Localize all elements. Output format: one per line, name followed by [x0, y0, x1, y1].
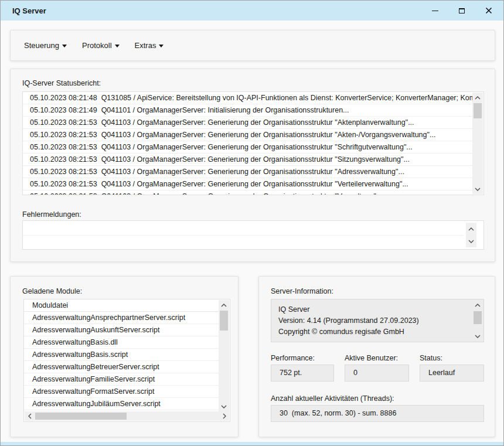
window-controls [421, 1, 502, 21]
window-bottom-edge [1, 442, 503, 445]
menu-protokoll[interactable]: Protokoll [79, 38, 123, 53]
scroll-thumb[interactable] [35, 413, 127, 420]
minimize-icon [432, 11, 438, 11]
scroll-thumb[interactable] [220, 311, 228, 331]
threads-label: Anzahl aktueller Aktivitäten (Threads): [271, 394, 394, 403]
status-log-row[interactable]: 05.10.2023 08:21:53 Q041103 / OrgaManage… [23, 154, 472, 166]
server-info-text: IQ Server Version: 4.14 (Programmstand 2… [271, 299, 483, 342]
empty-row-separator [23, 235, 464, 236]
scroll-down-arrow[interactable] [466, 236, 476, 246]
server-info-line-product: IQ Server [278, 304, 476, 315]
errors-label: Fehlermeldungen: [22, 210, 81, 219]
server-info-line-copyright: Copyright © comundus regisafe GmbH [278, 326, 476, 338]
chevron-down-icon [115, 45, 120, 47]
menu-steuerung-label: Steuerung [24, 41, 59, 50]
module-row[interactable]: AdressverwaltungAnsprechpartnerServer.sc… [24, 312, 219, 324]
module-row[interactable]: AdressverwaltungFamilieServer.script [24, 373, 219, 386]
errors-list[interactable] [22, 220, 484, 250]
active-users-value: 0 [345, 365, 409, 382]
performance-value: 752 pt. [271, 365, 334, 382]
module-row[interactable]: AdressverwaltungBetreuerServer.script [24, 361, 219, 373]
scroll-up-arrow[interactable] [466, 224, 476, 234]
module-list-header: Moduldatei [24, 299, 219, 312]
module-rows: Moduldatei AdressverwaltungAnsprechpartn… [24, 299, 219, 422]
scroll-thumb[interactable] [474, 103, 482, 118]
chevron-down-icon [159, 45, 164, 47]
status-report-label: IQ-Server Statusbericht: [22, 79, 101, 87]
module-row[interactable]: AdressverwaltungJubiläumServer.script [24, 398, 219, 410]
scroll-up-arrow[interactable] [472, 93, 483, 103]
menu-steuerung[interactable]: Steuerung [21, 38, 70, 53]
performance-label: Performance: [271, 354, 315, 362]
status-log-row[interactable]: 05.10.2023 08:21:49 Q041101 / OrgaManage… [23, 104, 472, 117]
threads-value: 30 (max. 52, norm. 30) - sum. 8886 [271, 405, 484, 422]
modules-group: Geladene Module: Moduldatei Adressverwal… [10, 276, 239, 437]
server-info-vscrollbar[interactable] [472, 300, 483, 341]
module-row[interactable]: AdressverwaltungFormatServer.script [24, 386, 219, 398]
active-users-label: Aktive Benutzer: [345, 354, 398, 362]
status-log-row[interactable]: 05.10.2023 08:21:53 Q041103 / OrgaManage… [23, 117, 472, 129]
modules-label: Geladene Module: [22, 287, 82, 295]
module-row[interactable]: AdressverwaltungAuskunftServer.script [24, 324, 219, 336]
module-row[interactable]: AdressverwaltungBasis.script [24, 349, 219, 361]
module-list-vscrollbar[interactable] [219, 300, 229, 411]
scroll-thumb[interactable] [474, 311, 482, 324]
status-log-row[interactable]: 05.10.2023 08:21:53 Q041103 / OrgaManage… [23, 190, 472, 195]
close-icon [485, 7, 492, 14]
status-log-row[interactable]: 05.10.2023 08:21:48 Q131085 / ApiService… [23, 92, 472, 104]
chevron-down-icon [62, 45, 67, 47]
scroll-left-arrow[interactable] [25, 411, 35, 421]
module-list[interactable]: Moduldatei AdressverwaltungAnsprechpartn… [23, 299, 230, 422]
window-title: IQ Server [12, 6, 46, 15]
titlebar: IQ Server [1, 1, 503, 21]
menu-protokoll-label: Protokoll [82, 41, 112, 50]
status-label: Status: [420, 354, 442, 362]
server-info-group: Server-Information: IQ Server Version: 4… [258, 276, 495, 437]
close-button[interactable] [475, 1, 502, 21]
maximize-button[interactable] [448, 1, 475, 21]
module-row[interactable]: AdressverwaltungBasis.dll [24, 336, 219, 349]
status-value: Leerlauf [420, 365, 484, 382]
status-log-row[interactable]: 05.10.2023 08:21:53 Q041103 / OrgaManage… [23, 141, 472, 154]
server-info-label: Server-Information: [271, 287, 333, 295]
menu-bar: Steuerung Protokoll Extras [10, 30, 495, 61]
scroll-down-arrow[interactable] [219, 401, 229, 411]
iq-server-window: IQ Server Steuerung Protokoll Extr [0, 0, 504, 446]
scroll-down-arrow[interactable] [472, 184, 483, 194]
minimize-button[interactable] [421, 1, 448, 21]
errors-list-vscrollbar[interactable] [466, 223, 476, 247]
status-group: IQ-Server Statusbericht: 05.10.2023 08:2… [10, 69, 495, 262]
status-report-list[interactable]: 05.10.2023 08:21:48 Q131085 / ApiService… [22, 91, 484, 195]
status-log-row[interactable]: 05.10.2023 08:21:53 Q041103 / OrgaManage… [23, 129, 472, 141]
status-log-row[interactable]: 05.10.2023 08:21:53 Q041103 / OrgaManage… [23, 166, 472, 178]
menu-extras[interactable]: Extras [131, 38, 168, 53]
maximize-icon [459, 8, 465, 13]
scroll-up-arrow[interactable] [219, 300, 229, 310]
status-log-row[interactable]: 05.10.2023 08:21:53 Q041103 / OrgaManage… [23, 178, 472, 190]
server-info-box: IQ Server Version: 4.14 (Programmstand 2… [271, 299, 484, 342]
status-list-vscrollbar[interactable] [472, 93, 483, 194]
scroll-right-arrow[interactable] [219, 411, 229, 421]
status-report-rows: 05.10.2023 08:21:48 Q131085 / ApiService… [23, 92, 472, 195]
menu-extras-label: Extras [135, 41, 156, 50]
module-items: AdressverwaltungAnsprechpartnerServer.sc… [24, 312, 219, 422]
scroll-up-arrow[interactable] [472, 300, 483, 310]
module-list-hscrollbar[interactable] [25, 411, 229, 421]
scroll-down-arrow[interactable] [472, 331, 483, 341]
server-info-line-version: Version: 4.14 (Programmstand 27.09.2023) [278, 315, 476, 326]
